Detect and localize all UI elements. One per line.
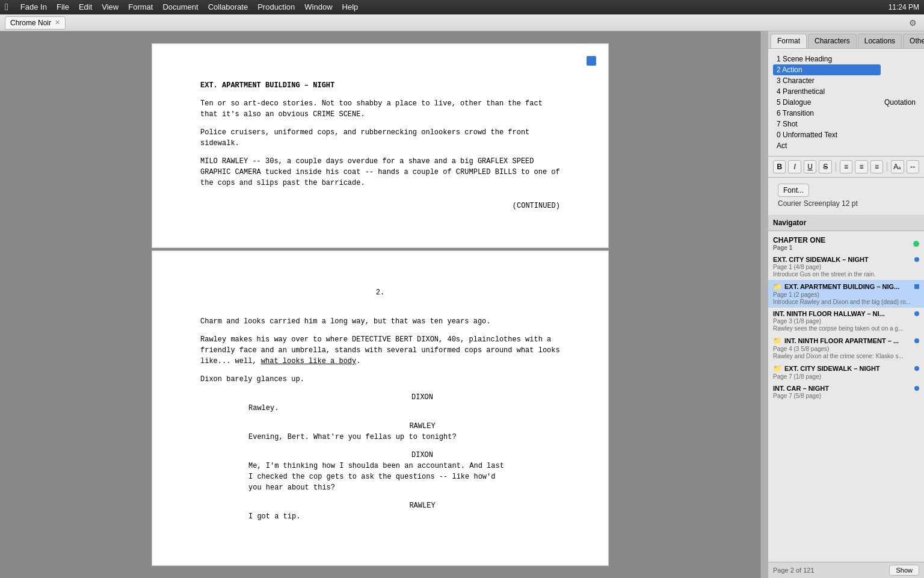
scene-heading-1: EXT. APARTMENT BUILDING – NIGHT: [200, 80, 560, 91]
nav-item-city-sidewalk-2[interactable]: 📁 EXT. CITY SIDEWALK – NIGHT Page 7 (1/8…: [768, 362, 924, 382]
character-rawley-2: RAWLEY: [200, 500, 560, 511]
main-layout: EXT. APARTMENT BUILDING – NIGHT Ten or s…: [0, 31, 924, 578]
format-item-character[interactable]: 3 Character: [773, 75, 881, 86]
menu-edit[interactable]: Edit: [74, 0, 97, 14]
action-1: Ten or so art-deco stories. Not too shab…: [200, 98, 560, 120]
font-size-button[interactable]: Aₐ: [891, 160, 904, 173]
page2-action-3: Dixon barely glances up.: [200, 374, 560, 385]
format-list: 1 Scene Heading 2 Action 3 Character 4 P…: [773, 54, 881, 151]
strikethrough-button[interactable]: S: [819, 160, 831, 173]
toolbar-separator-1: [836, 162, 836, 172]
align-right-button[interactable]: ≡: [870, 160, 883, 173]
menu-view[interactable]: View: [97, 0, 123, 14]
arrows-button[interactable]: ↔: [907, 160, 919, 173]
nav-item-ninth-hallway[interactable]: INT. NINTH FLOOR HALLWAY – NI... Page 3 …: [768, 308, 924, 334]
nav-chapter-title: CHAPTER ONE: [773, 236, 825, 244]
page2-action-2: Rawley makes his way over to where DETEC…: [200, 334, 560, 367]
align-center-button[interactable]: ≡: [855, 160, 867, 173]
format-item-transition[interactable]: 6 Transition: [773, 108, 881, 119]
format-toolbar: B I U S ≡ ≡ ≡ Aₐ ↔: [768, 157, 924, 178]
page2-action-1: Charm and looks carried him a long way, …: [200, 316, 560, 327]
script-scrollbar[interactable]: [760, 31, 768, 578]
script-area[interactable]: EXT. APARTMENT BUILDING – NIGHT Ten or s…: [0, 31, 760, 578]
italic-button[interactable]: I: [788, 160, 801, 173]
toolbar-settings-icon[interactable]: ⚙: [907, 18, 919, 28]
show-button[interactable]: Show: [889, 565, 919, 576]
nav-item-title-3: 📁 INT. NINTH FLOOR APARTMENT – ...: [773, 337, 919, 345]
folder-icon-4: 📁: [773, 364, 782, 373]
tab-locations[interactable]: Locations: [858, 34, 902, 48]
page-marker: [587, 56, 596, 66]
nav-item-int-car[interactable]: INT. CAR – NIGHT Page 7 (5/8 page): [768, 382, 924, 402]
right-panel: Format Characters Locations Other 1 Scen…: [768, 31, 924, 578]
bold-button[interactable]: B: [773, 160, 786, 173]
action-3: MILO RAWLEY -- 30s, a couple days overdu…: [200, 156, 560, 188]
apple-menu-icon[interactable]: : [5, 2, 8, 13]
align-left-button[interactable]: ≡: [840, 160, 852, 173]
dialogue-rawley-1: Evening, Bert. What're you fellas up to …: [200, 432, 560, 443]
nav-item-page-3: Page 4 (3 5/8 pages): [773, 346, 919, 352]
menu-collaborate[interactable]: Collaborate: [203, 0, 253, 14]
nav-item-note-2: Rawley sees the corpse being taken out o…: [773, 325, 919, 332]
nav-item-ext-sidewalk[interactable]: EXT. CITY SIDEWALK – NIGHT Page 1 (4/8 p…: [768, 253, 924, 280]
font-button[interactable]: Font...: [778, 184, 809, 197]
navigator-content[interactable]: CHAPTER ONE Page 1 EXT. CITY SIDEWALK – …: [768, 231, 924, 562]
menu-fade-in[interactable]: Fade In: [16, 0, 52, 14]
quotation-item[interactable]: Quotation: [881, 97, 919, 108]
underline-button[interactable]: U: [804, 160, 816, 173]
menu-file[interactable]: File: [52, 0, 74, 14]
nav-dot-5: [914, 386, 919, 391]
format-item-scene-heading[interactable]: 1 Scene Heading: [773, 54, 881, 64]
tab-other[interactable]: Other: [903, 34, 924, 48]
nav-item-title-4: 📁 EXT. CITY SIDEWALK – NIGHT: [773, 364, 919, 373]
tab-title: Chrome Noir: [10, 19, 51, 27]
format-item-unformatted[interactable]: 0 Unformatted Text: [773, 129, 881, 140]
format-item-dialogue[interactable]: 5 Dialogue: [773, 97, 881, 108]
underline-text: what looks like a body: [261, 357, 356, 365]
character-dixon-2: DIXON: [200, 450, 560, 461]
nav-item-ninth-apartment[interactable]: 📁 INT. NINTH FLOOR APARTMENT – ... Page …: [768, 334, 924, 362]
nav-item-apt-building[interactable]: 📁 EXT. APARTMENT BUILDING – NIG... Page …: [768, 280, 924, 308]
format-item-act[interactable]: Act: [773, 140, 881, 151]
nav-chapter-one[interactable]: CHAPTER ONE Page 1: [768, 234, 924, 253]
tab-format[interactable]: Format: [771, 34, 807, 48]
nav-item-title-5: INT. CAR – NIGHT: [773, 385, 919, 392]
nav-dot-0: [914, 257, 919, 262]
format-list-container: 1 Scene Heading 2 Action 3 Character 4 P…: [768, 49, 924, 157]
dialogue-rawley-2: I got a tip.: [200, 511, 560, 522]
toolbar-separator-2: [887, 162, 887, 172]
font-name-label: Courier Screenplay 12 pt: [773, 199, 919, 213]
document-tab[interactable]: Chrome Noir ✕: [5, 16, 66, 30]
menu-window[interactable]: Window: [300, 0, 337, 14]
menu-document[interactable]: Document: [158, 0, 203, 14]
format-item-shot[interactable]: 7 Shot: [773, 119, 881, 129]
dialogue-dixon-2: Me, I'm thinking how I shoulda been an a…: [200, 461, 560, 493]
format-item-action[interactable]: 2 Action: [773, 64, 881, 75]
nav-item-note-1: Introduce Rawley and Dixon and the big (…: [773, 299, 919, 305]
nav-item-title-2: INT. NINTH FLOOR HALLWAY – NI...: [773, 310, 919, 317]
tab-characters[interactable]: Characters: [808, 34, 857, 48]
nav-item-page-1: Page 1 (2 pages): [773, 291, 919, 298]
menu-format[interactable]: Format: [123, 0, 158, 14]
menu-help[interactable]: Help: [337, 0, 363, 14]
menu-time: 11:24 PM: [889, 3, 919, 11]
nav-item-title-1: 📁 EXT. APARTMENT BUILDING – NIG...: [773, 282, 919, 291]
page-number-2: 2.: [200, 287, 560, 298]
menu-bar:  Fade In File Edit View Format Document…: [0, 0, 924, 14]
folder-icon-1: 📁: [773, 282, 782, 291]
script-page-2: 2. Charm and looks carried him a long wa…: [152, 250, 609, 566]
menu-production[interactable]: Production: [253, 0, 300, 14]
tab-close-icon[interactable]: ✕: [55, 19, 60, 26]
nav-item-page-5: Page 7 (5/8 page): [773, 393, 919, 399]
chapter-dot-icon: [913, 241, 919, 247]
nav-chapter-page: Page 1: [773, 244, 825, 251]
action-2: Police cruisers, uniformed cops, and rub…: [200, 127, 560, 149]
title-bar: Chrome Noir ✕ ⚙: [0, 14, 924, 31]
nav-dot-4: [914, 366, 919, 371]
format-item-parenthetical[interactable]: 4 Parenthetical: [773, 86, 881, 97]
navigator-header: Navigator: [768, 215, 924, 231]
character-dixon-1: DIXON: [200, 392, 560, 403]
format-tabs: Format Characters Locations Other: [768, 31, 924, 49]
nav-dot-1: [914, 284, 919, 289]
character-rawley-1: RAWLEY: [200, 421, 560, 432]
